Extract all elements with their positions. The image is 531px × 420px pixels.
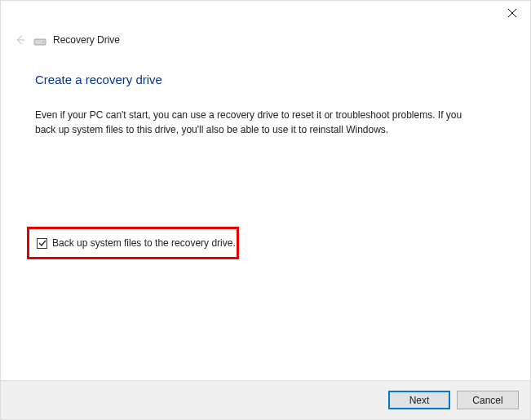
back-button [14, 33, 27, 46]
backup-checkbox[interactable] [37, 238, 47, 249]
header: Recovery Drive [14, 33, 120, 46]
content-area: Create a recovery drive Even if your PC … [35, 73, 496, 137]
close-icon [508, 9, 516, 17]
cancel-button[interactable]: Cancel [457, 391, 519, 409]
titlebar [493, 1, 530, 25]
drive-icon [33, 35, 46, 45]
svg-point-4 [42, 42, 44, 43]
backup-checkbox-row: Back up system files to the recovery dri… [37, 237, 236, 249]
close-button[interactable] [493, 1, 530, 25]
footer: Next Cancel [1, 380, 530, 419]
page-heading: Create a recovery drive [35, 73, 496, 86]
backup-checkbox-label: Back up system files to the recovery dri… [52, 237, 236, 249]
header-title: Recovery Drive [53, 34, 120, 46]
back-arrow-icon [15, 34, 26, 46]
recovery-drive-wizard: Recovery Drive Create a recovery drive E… [0, 0, 531, 420]
next-button[interactable]: Next [388, 391, 450, 409]
description-text: Even if your PC can't start, you can use… [35, 108, 476, 137]
checkmark-icon [38, 239, 46, 247]
svg-rect-3 [34, 39, 46, 45]
